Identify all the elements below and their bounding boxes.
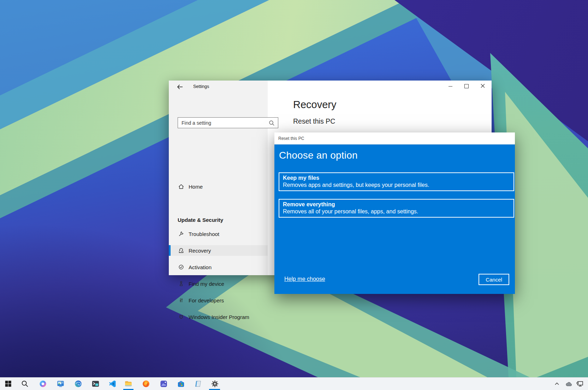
terminal-icon: [91, 380, 100, 388]
chevron-up-icon: [554, 381, 560, 387]
selected-item-accent-bar: [169, 245, 171, 256]
sidebar-item-windows-insider-program[interactable]: Windows Insider Program: [169, 312, 268, 322]
tray-onedrive-button[interactable]: [565, 380, 573, 388]
photos-app-button[interactable]: [159, 379, 168, 388]
copilot-app-button[interactable]: [38, 379, 47, 388]
settings-titlebar[interactable]: Settings: [169, 81, 492, 95]
terminal-app-button[interactable]: [91, 379, 100, 388]
maximize-icon: [464, 84, 469, 88]
close-button[interactable]: [475, 81, 491, 92]
edge-icon: [74, 380, 82, 388]
window-title: Settings: [193, 84, 209, 89]
developer-sliders-icon: [178, 297, 184, 303]
taskbar-search-button[interactable]: [20, 379, 29, 388]
start-icon: [4, 380, 12, 388]
sidebar-item-label: Windows Insider Program: [189, 314, 249, 320]
settings-gear-icon: [211, 380, 219, 388]
dialog-heading: Choose an option: [279, 150, 358, 161]
search-placeholder: Find a setting: [182, 120, 268, 126]
sidebar-item-label: For developers: [189, 297, 224, 303]
insider-cat-icon: [178, 314, 184, 320]
onedrive-cloud-icon: [565, 381, 573, 387]
sidebar-item-activation[interactable]: Activation: [169, 262, 268, 272]
photos-icon: [160, 380, 168, 388]
sidebar-item-troubleshoot[interactable]: Troubleshoot: [169, 229, 268, 239]
reset-this-pc-section-title: Reset this PC: [293, 117, 335, 125]
minimize-icon: [449, 86, 452, 87]
start-button[interactable]: [4, 379, 12, 388]
remove-everything-option[interactable]: Remove everything Removes all of your pe…: [279, 199, 514, 218]
search-input[interactable]: Find a setting: [178, 117, 278, 128]
help-me-choose-link[interactable]: Help me choose: [284, 276, 325, 282]
network-icon: [576, 381, 584, 387]
notepad-app-button[interactable]: [194, 379, 202, 388]
option-description: Removes all of your personal files, apps…: [283, 208, 513, 215]
wrench-icon: [178, 231, 184, 237]
store-app-button[interactable]: [177, 379, 185, 388]
sidebar-item-label: Troubleshoot: [189, 231, 219, 237]
edge-app-button[interactable]: [74, 379, 82, 388]
cancel-button-label: Cancel: [486, 277, 502, 283]
search-icon: [21, 380, 29, 388]
taskbar: [0, 377, 588, 390]
vscode-icon: [108, 380, 117, 388]
display-settings-app-icon: [57, 380, 65, 388]
location-pin-icon: [178, 280, 184, 287]
settings-app-button[interactable]: [210, 379, 219, 388]
vscode-app-button[interactable]: [108, 379, 117, 388]
sidebar-item-home[interactable]: Home: [169, 181, 268, 192]
home-icon: [178, 183, 184, 190]
recovery-icon: [178, 247, 184, 254]
sidebar-item-find-my-device[interactable]: Find my device: [169, 278, 268, 289]
page-title: Recovery: [293, 99, 337, 111]
sidebar-item-recovery[interactable]: Recovery: [169, 245, 268, 256]
notepad-icon: [194, 380, 202, 388]
display-settings-app-button[interactable]: [56, 379, 65, 388]
minimize-button[interactable]: [442, 81, 458, 92]
cancel-button[interactable]: Cancel: [479, 274, 509, 285]
dialog-title: Reset this PC: [278, 136, 304, 141]
activation-check-icon: [178, 264, 184, 270]
file-explorer-app-button[interactable]: [124, 379, 132, 388]
firefox-app-button[interactable]: [142, 379, 150, 388]
close-icon: [481, 83, 485, 89]
dialog-titlebar[interactable]: Reset this PC: [274, 132, 515, 144]
back-button[interactable]: [174, 82, 186, 93]
copilot-icon: [39, 380, 47, 388]
keep-my-files-option[interactable]: Keep my files Removes apps and settings,…: [279, 172, 514, 191]
option-description: Removes apps and settings, but keeps you…: [283, 182, 513, 189]
tray-network-button[interactable]: [576, 380, 584, 388]
sidebar-item-label: Home: [189, 184, 203, 190]
sidebar-item-label: Find my device: [189, 281, 224, 287]
back-arrow-icon: [177, 84, 183, 91]
store-icon: [177, 380, 185, 388]
desktop: Settings Home Find a setting Update & Se…: [0, 0, 588, 390]
maximize-button[interactable]: [458, 81, 475, 92]
sidebar-item-for-developers[interactable]: For developers: [169, 295, 268, 306]
firefox-icon: [142, 380, 150, 388]
option-title: Remove everything: [283, 201, 513, 208]
search-icon[interactable]: [268, 120, 275, 126]
sidebar-item-label: Recovery: [189, 248, 211, 254]
option-title: Keep my files: [283, 175, 513, 182]
sidebar-item-label: Activation: [189, 264, 212, 270]
reset-this-pc-dialog: Reset this PC Choose an option Keep my f…: [274, 132, 515, 294]
tray-show-hidden-icons-button[interactable]: [553, 380, 561, 388]
file-explorer-icon: [124, 380, 132, 388]
sidebar-section-header: Update & Security: [178, 217, 223, 223]
